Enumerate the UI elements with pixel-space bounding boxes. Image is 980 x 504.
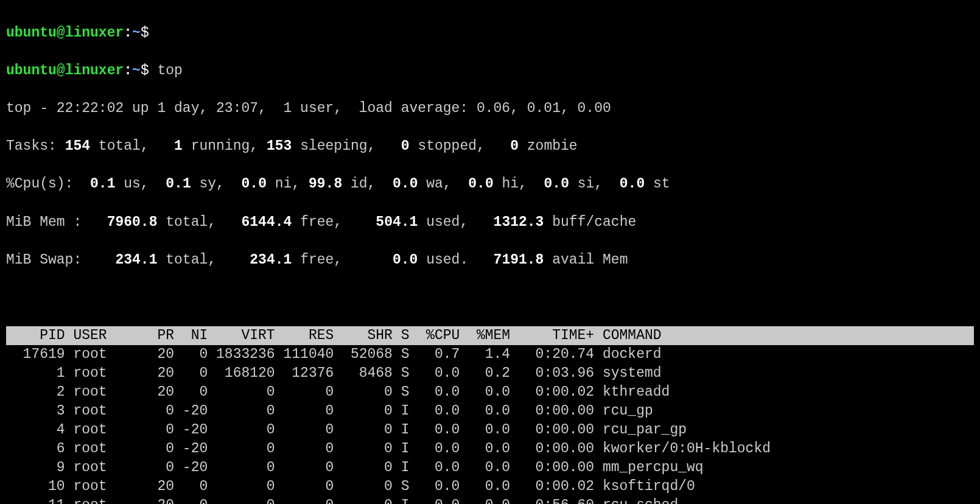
process-row[interactable]: 9 root 0 -20 0 0 0 I 0.0 0.0 0:00.00 mm_… [6,458,974,477]
prompt-host: linuxer [65,25,124,41]
process-list[interactable]: 17619 root 20 0 1833236 111040 52068 S 0… [6,345,974,504]
process-row[interactable]: 1 root 20 0 168120 12376 8468 S 0.0 0.2 … [6,364,974,383]
mem-total-label: total, [166,214,216,230]
mem-free: 6144.4 [216,214,300,230]
process-row[interactable]: 4 root 0 -20 0 0 0 I 0.0 0.0 0:00.00 rcu… [6,421,974,439]
cpu-us: 0.1 [73,176,124,192]
swap-avail: 7191.8 [468,252,552,268]
cpu-si-label: si, [578,176,603,192]
top-cpu-line: %Cpu(s): 0.1 us, 0.1 sy, 0.0 ni, 99.8 id… [6,175,974,194]
prompt-path: ~ [132,25,141,41]
mem-total: 7960.8 [82,214,166,230]
tasks-zombie-label: zombie [527,138,578,154]
prompt-at: @ [57,25,65,41]
swap-avail-label: avail Mem [552,252,628,268]
cpu-id-label: id, [351,176,376,192]
process-row[interactable]: 2 root 20 0 0 0 0 S 0.0 0.0 0:00.02 kthr… [6,383,974,402]
cpu-wa: 0.0 [376,176,426,192]
cpu-st-label: st [653,176,670,192]
blank-line [6,289,974,307]
prompt-dollar: $ [141,25,149,41]
swap-label: MiB Swap: [6,252,82,268]
tasks-running: 1 [149,138,191,154]
tasks-total-label: total, [99,138,149,154]
tasks-zombie: 0 [485,138,527,154]
prompt-path: ~ [132,63,141,79]
cpu-label: %Cpu(s): [6,176,73,192]
tasks-total: 154 [57,138,99,154]
cpu-ni: 0.0 [225,176,275,192]
prompt-user: ubuntu [6,25,57,41]
cpu-st: 0.0 [603,176,653,192]
prompt-user: ubuntu [6,63,57,79]
mem-buff-label: buff/cache [552,214,636,230]
cpu-si: 0.0 [527,176,578,192]
terminal[interactable]: ubuntu@linuxer:~$ ubuntu@linuxer:~$ top … [0,0,980,504]
cpu-sy-label: sy, [200,176,225,192]
cpu-us-label: us, [124,176,149,192]
tasks-stopped-label: stopped, [418,138,485,154]
process-row[interactable]: 6 root 0 -20 0 0 0 I 0.0 0.0 0:00.00 kwo… [6,439,974,458]
cpu-wa-label: wa, [426,176,451,192]
top-swap-line: MiB Swap: 234.1 total, 234.1 free, 0.0 u… [6,251,974,270]
tasks-stopped: 0 [376,138,418,154]
mem-free-label: free, [300,214,342,230]
mem-used: 504.1 [342,214,426,230]
mem-used-label: used, [426,214,468,230]
tasks-sleeping-label: sleeping, [300,138,376,154]
process-row[interactable]: 17619 root 20 0 1833236 111040 52068 S 0… [6,345,974,364]
process-row[interactable]: 3 root 0 -20 0 0 0 I 0.0 0.0 0:00.00 rcu… [6,402,974,421]
swap-total: 234.1 [82,252,166,268]
mem-buff: 1312.3 [468,214,552,230]
prompt-host: linuxer [65,63,124,79]
cpu-hi: 0.0 [452,176,502,192]
command-top: top [158,63,183,79]
prompt-colon: : [124,63,132,79]
cpu-hi-label: hi, [502,176,527,192]
top-column-header[interactable]: PID USER PR NI VIRT RES SHR S %CPU %MEM … [6,326,974,345]
top-mem-line: MiB Mem : 7960.8 total, 6144.4 free, 504… [6,213,974,232]
prompt-colon: : [124,25,132,41]
cpu-ni-label: ni, [275,176,300,192]
process-row[interactable]: 11 root 20 0 0 0 0 I 0.0 0.0 0:56.60 rcu… [6,496,974,504]
swap-total-label: total, [166,252,216,268]
top-summary-line-1: top - 22:22:02 up 1 day, 23:07, 1 user, … [6,99,974,118]
tasks-label: Tasks: [6,138,57,154]
process-row[interactable]: 10 root 20 0 0 0 0 S 0.0 0.0 0:00.02 kso… [6,477,974,496]
swap-used: 0.0 [342,252,426,268]
mem-label: MiB Mem : [6,214,82,230]
cpu-sy: 0.1 [149,176,200,192]
swap-free: 234.1 [216,252,300,268]
tasks-running-label: running, [191,138,258,154]
cpu-id: 99.8 [300,176,351,192]
swap-free-label: free, [300,252,342,268]
prompt-line-1: ubuntu@linuxer:~$ [6,24,974,43]
swap-used-label: used. [426,252,468,268]
tasks-sleeping: 153 [258,138,300,154]
prompt-line-2: ubuntu@linuxer:~$ top [6,61,974,80]
prompt-dollar: $ [141,63,149,79]
prompt-at: @ [57,63,65,79]
top-tasks-line: Tasks: 154 total, 1 running, 153 sleepin… [6,137,974,156]
